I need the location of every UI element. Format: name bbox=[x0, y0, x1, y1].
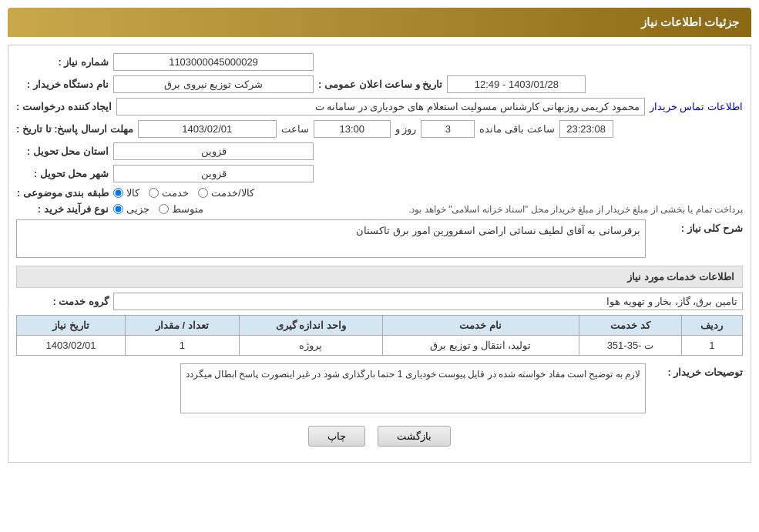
table-cell-0-5: 1403/02/01 bbox=[17, 336, 126, 356]
baqi-label: ساعت باقی مانده bbox=[479, 123, 554, 135]
tarikh-dastgah-row: 1403/01/28 - 12:49 تاریخ و ساعت اعلان عم… bbox=[16, 75, 743, 93]
noe-motvaset-label: متوسط bbox=[172, 203, 203, 215]
shomara-row: 1103000045000029 شماره نیاز : bbox=[16, 53, 743, 71]
col-radif: ردیف bbox=[681, 316, 742, 336]
ijad-row: اطلاعات تماس خریدار محمود کریمی روزبهانی… bbox=[16, 98, 743, 115]
back-button[interactable]: بازگشت bbox=[378, 426, 451, 447]
shahr-row: قزوین شهر محل تحویل : bbox=[16, 165, 743, 182]
nam-dastgah-label: نام دستگاه خریدار : bbox=[16, 79, 109, 90]
button-row: بازگشت چاپ bbox=[16, 426, 743, 454]
ijad-link[interactable]: اطلاعات تماس خریدار bbox=[650, 101, 743, 112]
table-row: 1ت -35-351تولید، انتقال و توزیع برقپروژه… bbox=[17, 336, 743, 356]
mohlat-label: مهلت ارسال پاسخ: تا تاریخ : bbox=[16, 123, 133, 135]
sharh-label: شرح کلی نیاز : bbox=[650, 219, 743, 234]
page-header: جزئیات اطلاعات نیاز bbox=[8, 8, 751, 37]
time-value: 13:00 bbox=[314, 120, 391, 138]
noe-jozi[interactable]: جزیی bbox=[113, 203, 149, 215]
ostan-value: قزوین bbox=[113, 142, 314, 160]
mohlat-row: 23:23:08 ساعت باقی مانده 3 روز و 13:00 س… bbox=[16, 120, 743, 138]
toseeh-row: توصیحات خریدار : لازم به توضیح است مفاد … bbox=[16, 363, 743, 413]
tarikh-label: تاریخ و ساعت اعلان عمومی : bbox=[318, 79, 442, 90]
tabaqe-khidmat-label: خدمت bbox=[162, 187, 189, 199]
tabaqe-kala-label: کالا bbox=[126, 187, 139, 199]
shomara-niaz-value: 1103000045000029 bbox=[113, 53, 314, 71]
ijad-label: ایجاد کننده درخواست : bbox=[16, 101, 112, 112]
col-name: نام خدمت bbox=[382, 316, 579, 336]
col-code: کد خدمت bbox=[579, 316, 681, 336]
col-qty: تعداد / مقدار bbox=[126, 316, 240, 336]
table-cell-0-3: پروژه bbox=[239, 336, 382, 356]
noe-label: نوع فرآیند خرید : bbox=[16, 203, 109, 215]
sharh-value: برقرسانی به آقای لطیف نسائی اراضی اسفرور… bbox=[16, 219, 646, 258]
tabaqe-kala-radio[interactable] bbox=[113, 188, 123, 198]
tabaqe-kala-khidmat-radio[interactable] bbox=[198, 188, 208, 198]
tabaqe-khidmat[interactable]: خدمت bbox=[149, 187, 189, 199]
toseeh-value: لازم به توضیح است مفاد خواسته شده در فای… bbox=[180, 363, 646, 413]
ostan-row: قزوین استان محل تحویل : bbox=[16, 142, 743, 160]
col-unit: واحد اندازه گیری bbox=[239, 316, 382, 336]
ostan-label: استان محل تحویل : bbox=[16, 146, 109, 157]
table-cell-0-2: تولید، انتقال و توزیع برق bbox=[382, 336, 579, 356]
tabaqe-kala[interactable]: کالا bbox=[113, 187, 139, 199]
tabaqe-kala-khidmat[interactable]: کالا/خدمت bbox=[198, 187, 254, 199]
nam-dastgah-value: شرکت توزیع نیروی برق bbox=[113, 75, 314, 93]
noe-motvaset-radio[interactable] bbox=[159, 204, 169, 214]
group-row: تامین برق، گاز، بخار و تهویه هوا گروه خد… bbox=[16, 293, 743, 310]
tarikh-value: 1403/01/28 - 12:49 bbox=[447, 75, 586, 93]
sharh-row: شرح کلی نیاز : برقرسانی به آقای لطیف نسا… bbox=[16, 219, 743, 258]
date-value: 1403/02/01 bbox=[138, 120, 277, 138]
noe-motvaset[interactable]: متوسط bbox=[159, 203, 203, 215]
tabaqe-khidmat-radio[interactable] bbox=[149, 188, 159, 198]
table-cell-0-1: ت -35-351 bbox=[579, 336, 681, 356]
tabaqe-options: کالا/خدمت خدمت کالا bbox=[113, 187, 254, 199]
service-section-header: اطلاعات خدمات مورد نیاز bbox=[16, 266, 743, 288]
toseeh-label: توصیحات خریدار : bbox=[650, 363, 743, 378]
noe-options: متوسط جزیی bbox=[113, 203, 203, 215]
time-label: ساعت bbox=[281, 123, 309, 135]
noe-jozi-radio[interactable] bbox=[113, 204, 123, 214]
table-cell-0-0: 1 bbox=[681, 336, 742, 356]
tabaqe-row: کالا/خدمت خدمت کالا طبقه بندی موضوعی : bbox=[16, 187, 743, 199]
noe-text: پرداخت تمام یا بخشی از مبلغ خریدار از مب… bbox=[208, 204, 743, 215]
col-date: تاریخ نیاز bbox=[17, 316, 126, 336]
print-button[interactable]: چاپ bbox=[308, 426, 365, 447]
shahr-label: شهر محل تحویل : bbox=[16, 168, 109, 179]
service-table: ردیف کد خدمت نام خدمت واحد اندازه گیری ت… bbox=[16, 315, 743, 356]
page-title: جزئیات اطلاعات نیاز bbox=[641, 15, 739, 28]
shomara-niaz-label: شماره نیاز : bbox=[16, 56, 109, 68]
roz-value: 3 bbox=[421, 120, 475, 138]
table-cell-0-4: 1 bbox=[126, 336, 240, 356]
tabaqe-kala-khidmat-label: کالا/خدمت bbox=[211, 187, 254, 199]
tabaqe-label: طبقه بندی موضوعی : bbox=[16, 187, 109, 199]
baqi-value: 23:23:08 bbox=[559, 120, 613, 138]
noe-jozi-label: جزیی bbox=[126, 203, 149, 215]
group-label: گروه خدمت : bbox=[16, 296, 109, 307]
ijad-value: محمود کریمی روزبهانی کارشناس مسولیت استع… bbox=[116, 98, 645, 115]
shahr-value: قزوین bbox=[113, 165, 314, 182]
noe-row: پرداخت تمام یا بخشی از مبلغ خریدار از مب… bbox=[16, 203, 743, 215]
roz-label: روز و bbox=[395, 123, 417, 135]
group-value: تامین برق، گاز، بخار و تهویه هوا bbox=[113, 293, 743, 310]
